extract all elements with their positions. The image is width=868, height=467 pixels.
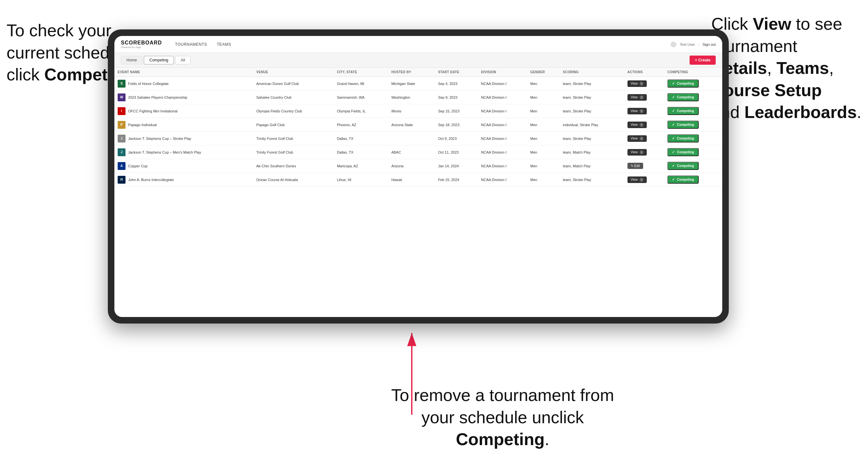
user-name: Test User — [680, 42, 695, 46]
view-button[interactable]: View i — [627, 177, 647, 183]
cell-division: NCAA Division I — [478, 159, 527, 173]
col-start-date: START DATE — [435, 68, 478, 77]
cell-gender: Men — [527, 173, 560, 187]
cell-start-date: Feb 15, 2024 — [435, 173, 478, 187]
cell-competing: ✓Competing — [664, 132, 722, 146]
cell-scoring: team, Match Play — [559, 159, 624, 173]
view-button[interactable]: View i — [627, 135, 647, 142]
info-icon: i — [640, 136, 644, 141]
brand-name: SCOREBOARD — [121, 40, 162, 46]
cell-event-name: J Jackson T. Stephens Cup – Stroke Play — [114, 132, 253, 146]
check-icon: ✓ — [672, 164, 675, 168]
table-row: P Papago Individual Papago Golf ClubPhoe… — [114, 118, 722, 132]
filter-all-button[interactable]: All — [175, 56, 190, 64]
filter-competing-button[interactable]: Competing — [144, 56, 174, 64]
cell-city-state: Grand Haven, MI — [334, 77, 388, 91]
col-competing: COMPETING — [664, 68, 722, 77]
cell-competing: ✓Competing — [664, 104, 722, 118]
competing-badge-button[interactable]: ✓Competing — [667, 93, 699, 101]
cell-scoring: team, Stroke Play — [559, 173, 624, 187]
cell-gender: Men — [527, 104, 560, 118]
event-name-text: Jackson T. Stephens Cup – Men's Match Pl… — [128, 150, 201, 154]
cell-competing: ✓Competing — [664, 146, 722, 159]
cell-venue: Sahalee Country Club — [253, 91, 334, 104]
cell-gender: Men — [527, 77, 560, 91]
cell-actions: View i — [624, 132, 664, 146]
edit-button[interactable]: ✎ Edit — [627, 163, 643, 169]
cell-division: NCAA Division I — [478, 91, 527, 104]
check-icon: ✓ — [672, 150, 675, 154]
info-icon: i — [640, 123, 644, 127]
view-button[interactable]: View i — [627, 94, 647, 101]
cell-event-name: A Copper Cup — [114, 159, 253, 173]
competing-badge-button[interactable]: ✓Competing — [667, 134, 699, 143]
info-icon: i — [640, 82, 644, 86]
check-icon: ✓ — [672, 82, 675, 86]
col-city-state: CITY, STATE — [334, 68, 388, 77]
navbar-brand: SCOREBOARD Powered by clipp — [121, 40, 162, 49]
event-name-text: Papago Individual — [128, 123, 157, 127]
cell-division: NCAA Division I — [478, 132, 527, 146]
view-button[interactable]: View i — [627, 108, 647, 114]
cell-actions: View i — [624, 146, 664, 159]
competing-badge-button[interactable]: ✓Competing — [667, 176, 699, 184]
tournaments-table: EVENT NAME VENUE CITY, STATE HOSTED BY S… — [114, 68, 722, 187]
create-button[interactable]: + Create — [689, 56, 716, 65]
info-icon: i — [640, 95, 644, 99]
check-icon: ✓ — [672, 123, 675, 127]
team-logo: H — [118, 176, 125, 184]
cell-venue: Trinity Forest Golf Club — [253, 132, 334, 146]
cell-start-date: Oct 11, 2023 — [435, 146, 478, 159]
cell-venue: Ak-Chin Southern Dunes — [253, 159, 334, 173]
cell-event-name: S Folds of Honor Collegiate — [114, 77, 253, 91]
cell-hosted-by: Arizona State — [388, 118, 435, 132]
cell-scoring: team, Stroke Play — [559, 77, 624, 91]
cell-scoring: team, Stroke Play — [559, 132, 624, 146]
table-body: S Folds of Honor Collegiate American Dun… — [114, 77, 722, 187]
cell-competing: ✓Competing — [664, 91, 722, 104]
competing-badge-button[interactable]: ✓Competing — [667, 121, 699, 129]
nav-tournaments[interactable]: TOURNAMENTS — [175, 42, 207, 47]
cell-city-state: Dallas, TX — [334, 132, 388, 146]
view-button[interactable]: View i — [627, 149, 647, 156]
event-name-text: John A. Burns Intercollegiate — [128, 178, 174, 182]
cell-venue: Trinity Forest Golf Club — [253, 146, 334, 159]
event-name-text: OFCC Fighting Illini Invitational — [128, 109, 178, 113]
cell-hosted-by: Hawaii — [388, 173, 435, 187]
cell-city-state: Sammamish, WA — [334, 91, 388, 104]
cell-actions: View i — [624, 77, 664, 91]
tablet-frame: SCOREBOARD Powered by clipp TOURNAMENTS … — [108, 29, 729, 323]
cell-start-date: Sep 4, 2023 — [435, 77, 478, 91]
navbar: SCOREBOARD Powered by clipp TOURNAMENTS … — [114, 36, 722, 53]
navbar-links: TOURNAMENTS TEAMS — [175, 42, 671, 47]
competing-badge-button[interactable]: ✓Competing — [667, 148, 699, 156]
check-icon: ✓ — [672, 136, 675, 141]
cell-division: NCAA Division I — [478, 118, 527, 132]
cell-actions: View i — [624, 173, 664, 187]
nav-teams[interactable]: TEAMS — [217, 42, 231, 47]
cell-event-name: J Jackson T. Stephens Cup – Men's Match … — [114, 146, 253, 159]
cell-start-date: Sep 9, 2023 — [435, 91, 478, 104]
user-icon — [671, 41, 677, 48]
view-button[interactable]: View i — [627, 122, 647, 128]
cell-city-state: Lihue, HI — [334, 173, 388, 187]
col-scoring: SCORING — [559, 68, 624, 77]
annotation-topright: Click View to see tournament Details, Te… — [711, 13, 862, 124]
cell-venue: Olympia Fields Country Club — [253, 104, 334, 118]
col-division: DIVISION — [478, 68, 527, 77]
cell-event-name: W 2023 Sahalee Players Championship — [114, 91, 253, 104]
competing-badge-button[interactable]: ✓Competing — [667, 162, 699, 170]
cell-competing: ✓Competing — [664, 173, 722, 187]
filter-home-button[interactable]: Home — [121, 56, 143, 64]
tablet-screen: SCOREBOARD Powered by clipp TOURNAMENTS … — [114, 36, 722, 317]
check-icon: ✓ — [672, 95, 675, 99]
cell-city-state: Maricopa, AZ — [334, 159, 388, 173]
competing-badge-button[interactable]: ✓Competing — [667, 107, 699, 115]
view-button[interactable]: View i — [627, 81, 647, 87]
col-actions: ACTIONS — [624, 68, 664, 77]
competing-badge-button[interactable]: ✓Competing — [667, 80, 699, 88]
cell-division: NCAA Division I — [478, 146, 527, 159]
cell-gender: Men — [527, 118, 560, 132]
sign-out-link[interactable]: Sign out — [703, 42, 716, 46]
table-row: W 2023 Sahalee Players Championship Saha… — [114, 91, 722, 104]
